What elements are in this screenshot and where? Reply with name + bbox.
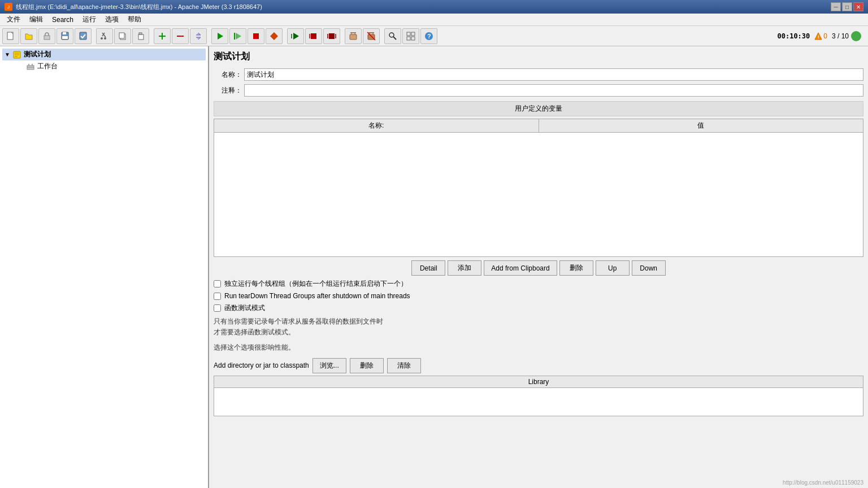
help-button[interactable]: ? <box>420 28 437 44</box>
independent-checkbox[interactable] <box>214 280 221 287</box>
down-button[interactable]: Down <box>632 260 666 276</box>
stop-remote-all-button[interactable] <box>323 28 340 44</box>
svg-marker-22 <box>293 33 299 40</box>
app-icon: J <box>5 3 12 11</box>
name-input[interactable] <box>244 68 863 81</box>
stop-button[interactable] <box>248 28 264 44</box>
svg-rect-26 <box>329 33 335 39</box>
copy-button[interactable] <box>114 28 131 44</box>
stop-now-button[interactable] <box>266 28 283 44</box>
svg-point-8 <box>101 37 103 40</box>
functional-checkbox[interactable] <box>214 304 221 312</box>
svg-rect-29 <box>350 34 357 40</box>
svg-line-39 <box>393 37 396 40</box>
time-display: 00:10:30 <box>777 32 810 40</box>
delete-classpath-button[interactable]: 删除 <box>350 358 384 373</box>
functional-label: 函数测试模式 <box>224 303 265 313</box>
toolbar-status: 00:10:30 ! 0 3 / 10 <box>777 31 861 41</box>
menu-help[interactable]: 帮助 <box>123 14 146 25</box>
variables-btn-row: Detail 添加 Add from Clipboard 删除 Up Down <box>214 260 863 276</box>
variables-section-title: 用户定义的变量 <box>214 101 863 116</box>
classpath-row: Add directory or jar to classpath 浏览... … <box>214 358 863 373</box>
comment-input[interactable] <box>244 84 863 97</box>
play-button[interactable] <box>211 28 228 44</box>
svg-rect-40 <box>407 32 410 36</box>
watermark: http://blog.csdn.net/u011159023 <box>783 480 863 486</box>
svg-rect-43 <box>411 37 415 40</box>
name-row: 名称： <box>214 68 863 81</box>
info-line-1: 只有当你需要记录每个请求从服务器取得的数据到文件时 <box>214 316 863 327</box>
teardown-label: Run tearDown Thread Groups after shutdow… <box>224 292 410 300</box>
main-layout: ▼ 测试计划 工作台 测试计划 名称： 注释： <box>0 46 868 488</box>
col-name-header: 名称: <box>214 119 539 133</box>
tree-item-workbench[interactable]: 工作台 <box>16 60 206 72</box>
clear-button[interactable] <box>345 28 362 44</box>
svg-rect-42 <box>407 37 410 40</box>
comment-row: 注释： <box>214 84 863 97</box>
svg-point-38 <box>389 33 394 37</box>
clear-all-button[interactable] <box>363 28 380 44</box>
svg-rect-12 <box>138 34 144 40</box>
content-panel: 测试计划 名称： 注释： 用户定义的变量 名称: 值 Detail 添加 <box>209 46 868 488</box>
delete-variable-button[interactable]: 删除 <box>559 260 593 276</box>
svg-marker-21 <box>270 32 278 40</box>
save-lock-button[interactable] <box>38 28 55 44</box>
svg-rect-4 <box>62 36 68 39</box>
save-button[interactable] <box>57 28 73 44</box>
independent-label: 独立运行每个线程组（例如在一个组运行结束后启动下一个） <box>224 279 407 289</box>
run-remote-button[interactable] <box>287 28 304 44</box>
svg-text:?: ? <box>427 33 431 40</box>
menu-run[interactable]: 运行 <box>78 14 101 25</box>
title-bar-controls[interactable]: ─ □ ✕ <box>831 2 863 11</box>
info-line-3: 选择这个选项很影响性能。 <box>214 342 863 353</box>
add-from-clipboard-button[interactable]: Add from Clipboard <box>484 260 557 276</box>
library-table: Library <box>214 376 863 388</box>
add-variable-button[interactable]: 添加 <box>448 260 481 276</box>
new-button[interactable] <box>2 28 19 44</box>
variables-table-body <box>214 133 863 257</box>
menu-options[interactable]: 选项 <box>101 14 123 25</box>
detail-button[interactable]: Detail <box>411 260 445 276</box>
title-bar-left: J 线程组.jmx (E:\didi_all\apache-jmeter-3.3… <box>5 3 262 11</box>
toolbar: ? 00:10:30 ! 0 3 / 10 <box>0 26 868 46</box>
info-text: 只有当你需要记录每个请求从服务器取得的数据到文件时 才需要选择函数测试模式。 选… <box>214 316 863 354</box>
progress-display: 3 / 10 <box>832 31 861 41</box>
svg-rect-41 <box>411 32 415 36</box>
tree-item-test-plan[interactable]: ▼ 测试计划 <box>2 49 206 60</box>
tree-expand-icon: ▼ <box>5 51 10 58</box>
classpath-label: Add directory or jar to classpath <box>214 361 309 369</box>
search-button[interactable] <box>384 28 401 44</box>
maximize-button[interactable]: □ <box>842 2 852 11</box>
svg-rect-3 <box>63 32 66 34</box>
tree-panel: ▼ 测试计划 工作台 <box>0 46 209 488</box>
name-label: 名称： <box>214 70 242 80</box>
status-circle <box>851 31 861 41</box>
clear-classpath-button[interactable]: 清除 <box>387 358 421 373</box>
cut-button[interactable] <box>96 28 113 44</box>
menu-edit[interactable]: 编辑 <box>25 14 47 25</box>
title-bar: J 线程组.jmx (E:\didi_all\apache-jmeter-3.3… <box>0 0 868 14</box>
minimize-button[interactable]: ─ <box>831 2 841 11</box>
browse-button[interactable]: 浏览... <box>313 358 346 373</box>
menu-file[interactable]: 文件 <box>2 14 25 25</box>
close-button[interactable]: ✕ <box>853 2 863 11</box>
remove-button[interactable] <box>172 28 189 44</box>
open-button[interactable] <box>20 28 37 44</box>
variables-table: 名称: 值 <box>214 119 863 133</box>
up-button[interactable]: Up <box>596 260 630 276</box>
teardown-checkbox[interactable] <box>214 293 221 300</box>
stop-remote-button[interactable] <box>305 28 322 44</box>
test-plan-label: 测试计划 <box>24 50 51 59</box>
independent-checkbox-row: 独立运行每个线程组（例如在一个组运行结束后启动下一个） <box>214 279 863 289</box>
paste-button[interactable] <box>132 28 149 44</box>
move-button[interactable] <box>190 28 207 44</box>
grid-button[interactable] <box>402 28 419 44</box>
warning-count: 0 <box>823 32 827 40</box>
play-from-button[interactable] <box>229 28 246 44</box>
save-check-button[interactable] <box>75 28 92 44</box>
svg-text:!: ! <box>818 34 819 40</box>
panel-title: 测试计划 <box>214 51 863 63</box>
menu-search[interactable]: Search <box>47 14 78 25</box>
add-button[interactable] <box>154 28 171 44</box>
progress-text: 3 / 10 <box>832 32 849 40</box>
